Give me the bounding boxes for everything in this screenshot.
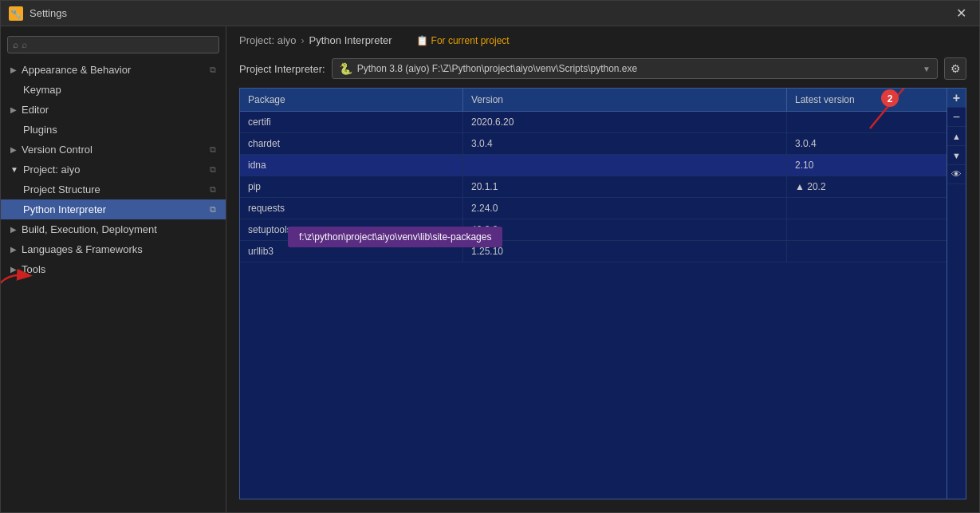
cell-latest: ▲ 20.2 bbox=[787, 176, 947, 197]
col-header-version: Version bbox=[463, 89, 787, 111]
sidebar-item-keymap[interactable]: Keymap bbox=[1, 80, 226, 100]
main-panel: Project: aiyo › Python Interpreter 📋 For… bbox=[226, 26, 979, 512]
cell-version bbox=[463, 155, 787, 176]
sidebar-item-label: Editor bbox=[22, 104, 49, 116]
scroll-down-button[interactable]: ▼ bbox=[947, 146, 966, 165]
sidebar-item-label: Languages & Frameworks bbox=[22, 243, 143, 255]
python-icon: 🐍 bbox=[339, 62, 352, 75]
breadcrumb-current: Python Interpreter bbox=[309, 34, 392, 46]
sidebar-item-label: Tools bbox=[22, 263, 45, 275]
sidebar-item-editor[interactable]: ▶ Editor bbox=[1, 100, 226, 120]
cell-version: 49.2.0 bbox=[463, 219, 787, 240]
chevron-down-icon: ▼ bbox=[923, 65, 931, 73]
table-row[interactable]: pip 20.1.1 ▲ 20.2 bbox=[240, 176, 947, 198]
sidebar-item-python-interpreter[interactable]: Python Interpreter ⧉ bbox=[1, 199, 226, 219]
interpreter-dropdown[interactable]: 🐍 Python 3.8 (aiyo) F:\Z\Python\project\… bbox=[332, 58, 938, 79]
cell-latest bbox=[787, 198, 947, 219]
table-actions: + − ▲ ▼ 👁 bbox=[947, 89, 966, 499]
packages-table-container: Package Version Latest version cer bbox=[239, 88, 966, 499]
add-package-button[interactable]: + bbox=[947, 89, 966, 108]
copy-icon: ⧉ bbox=[210, 65, 216, 75]
sidebar-item-label: Version Control bbox=[22, 144, 92, 156]
sidebar-item-label: Keymap bbox=[23, 84, 61, 96]
sidebar-item-label: Build, Execution, Deployment bbox=[22, 223, 157, 235]
cell-package: requests bbox=[240, 198, 463, 219]
cell-version: 1.25.10 bbox=[463, 241, 787, 262]
cell-package: idna bbox=[240, 155, 463, 176]
cell-package: pip bbox=[240, 176, 463, 197]
sidebar-item-label: Project Structure bbox=[23, 183, 100, 195]
col-header-package: Package bbox=[240, 89, 463, 111]
interpreter-row: Project Interpreter: 🐍 Python 3.8 (aiyo)… bbox=[226, 53, 979, 88]
interpreter-name: Python 3.8 (aiyo) F:\Z\Python\project\ai… bbox=[357, 63, 918, 74]
sidebar-item-languages[interactable]: ▶ Languages & Frameworks bbox=[1, 239, 226, 259]
copy-icon: ⧉ bbox=[210, 184, 216, 195]
cell-version: 2020.6.20 bbox=[463, 112, 787, 132]
breadcrumb-arrow: › bbox=[301, 35, 305, 46]
table-row[interactable]: certifi 2020.6.20 bbox=[240, 112, 947, 133]
interpreter-label: Project Interpreter: bbox=[239, 63, 325, 75]
sidebar-item-appearance[interactable]: ▶ Appearance & Behavior ⧉ bbox=[1, 60, 226, 80]
window-title: Settings bbox=[30, 7, 951, 19]
remove-package-button[interactable]: − bbox=[947, 108, 966, 127]
svg-text:🔧: 🔧 bbox=[10, 8, 22, 19]
titlebar: 🔧 Settings ✕ bbox=[1, 1, 979, 26]
search-box[interactable]: ⌕ bbox=[7, 36, 219, 53]
expand-arrow-icon: ▶ bbox=[10, 245, 17, 254]
col-header-latest: Latest version bbox=[787, 89, 947, 111]
breadcrumb: Project: aiyo › Python Interpreter 📋 For… bbox=[226, 26, 979, 53]
cell-version: 20.1.1 bbox=[463, 176, 787, 197]
cell-latest: 2.10 bbox=[787, 155, 947, 176]
cell-package: chardet bbox=[240, 133, 463, 154]
cell-latest bbox=[787, 112, 947, 132]
sidebar-item-label: Python Interpreter bbox=[23, 203, 106, 215]
sidebar-item-plugins[interactable]: Plugins bbox=[1, 120, 226, 140]
breadcrumb-project: Project: aiyo bbox=[239, 34, 297, 46]
for-current-project[interactable]: 📋 For current project bbox=[416, 35, 510, 46]
expand-arrow-icon: ▶ bbox=[10, 105, 17, 114]
copy-icon: ⧉ bbox=[210, 204, 216, 215]
sidebar-item-build-execution[interactable]: ▶ Build, Execution, Deployment bbox=[1, 219, 226, 239]
expand-arrow-icon: ▶ bbox=[10, 225, 17, 234]
table-row[interactable]: idna 2.10 f:\z\python\project\aiyo\venv\… bbox=[240, 155, 947, 176]
cell-latest: 3.0.4 bbox=[787, 133, 947, 154]
sidebar-item-version-control[interactable]: ▶ Version Control ⧉ bbox=[1, 140, 226, 160]
cell-package: certifi bbox=[240, 112, 463, 132]
sidebar-item-project-aiyo[interactable]: ▼ Project: aiyo ⧉ bbox=[1, 160, 226, 180]
app-icon: 🔧 bbox=[9, 6, 23, 21]
expand-arrow-icon: ▶ bbox=[10, 145, 17, 154]
table-body: certifi 2020.6.20 chardet 3.0.4 3.0.4 bbox=[240, 112, 947, 499]
gear-button[interactable]: ⚙ bbox=[944, 57, 966, 80]
copy-icon: ⧉ bbox=[210, 144, 216, 155]
sidebar-item-label: Plugins bbox=[23, 124, 57, 136]
cell-version: 3.0.4 bbox=[463, 133, 787, 154]
sidebar-item-tools[interactable]: ▶ Tools bbox=[1, 259, 226, 279]
expand-arrow-icon: ▶ bbox=[10, 265, 17, 274]
expand-arrow-icon: ▶ bbox=[10, 65, 17, 74]
sidebar-item-label: Appearance & Behavior bbox=[22, 64, 131, 76]
cell-latest bbox=[787, 241, 947, 262]
expand-arrow-icon: ▼ bbox=[10, 165, 18, 174]
table-row[interactable]: chardet 3.0.4 3.0.4 bbox=[240, 133, 947, 155]
copy-icon: ⧉ bbox=[210, 164, 216, 175]
cell-version: 2.24.0 bbox=[463, 198, 787, 219]
sidebar-item-project-structure[interactable]: Project Structure ⧉ bbox=[1, 180, 226, 199]
show-packages-button[interactable]: 👁 bbox=[947, 165, 966, 184]
cell-latest bbox=[787, 219, 947, 240]
settings-window: 🔧 Settings ✕ ⌕ ▶ Appearance & Behavior ⧉… bbox=[0, 0, 980, 513]
clipboard-icon: 📋 bbox=[416, 35, 428, 46]
table-header: Package Version Latest version bbox=[240, 89, 947, 112]
packages-table: Package Version Latest version cer bbox=[240, 89, 947, 499]
scroll-up-button[interactable]: ▲ bbox=[947, 127, 966, 146]
search-input[interactable] bbox=[22, 39, 214, 50]
path-tooltip: f:\z\python\project\aiyo\venv\lib\site-p… bbox=[288, 227, 502, 247]
search-icon: ⌕ bbox=[13, 39, 18, 50]
close-button[interactable]: ✕ bbox=[951, 4, 971, 22]
sidebar-item-label: Project: aiyo bbox=[23, 164, 81, 176]
table-row[interactable]: requests 2.24.0 bbox=[240, 198, 947, 219]
for-current-label: For current project bbox=[431, 35, 510, 46]
sidebar: ⌕ ▶ Appearance & Behavior ⧉ Keymap ▶ Edi… bbox=[1, 26, 226, 512]
